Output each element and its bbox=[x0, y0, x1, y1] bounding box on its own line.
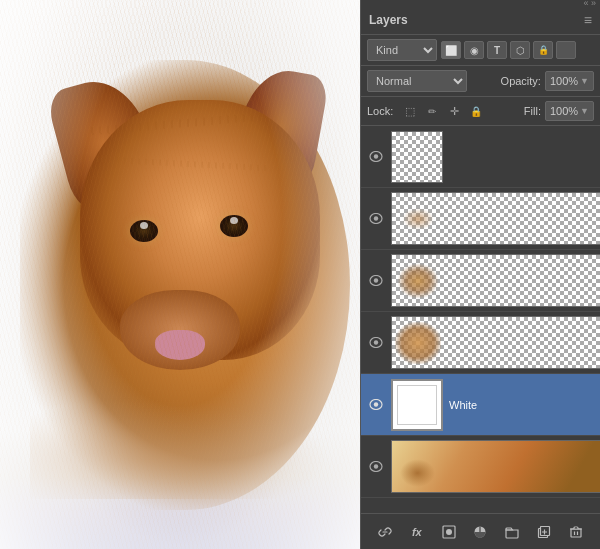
opacity-dropdown-icon: ▼ bbox=[580, 76, 589, 86]
smart-filter-icon[interactable]: 🔒 bbox=[533, 41, 553, 59]
toggle-filter-icon[interactable] bbox=[556, 41, 576, 59]
layer-visibility-toggle[interactable] bbox=[367, 151, 385, 162]
layers-panel: « » Layers ≡ Kind ⬜ ◉ T ⬡ 🔒 Normal Opaci… bbox=[360, 0, 600, 549]
link-layers-btn[interactable] bbox=[374, 521, 396, 543]
svg-point-5 bbox=[374, 278, 378, 282]
lock-all-icon[interactable]: 🔒 bbox=[467, 102, 485, 120]
layer-thumbnail bbox=[391, 254, 600, 307]
panel-menu-icon[interactable]: ≡ bbox=[584, 12, 592, 28]
svg-point-9 bbox=[374, 402, 378, 406]
mask-btn[interactable] bbox=[438, 521, 460, 543]
layer-thumbnail bbox=[391, 192, 600, 245]
delete-layer-btn[interactable] bbox=[565, 521, 587, 543]
layer-visibility-toggle[interactable] bbox=[367, 399, 385, 410]
layer-thumbnail bbox=[391, 131, 443, 183]
lock-label: Lock: bbox=[367, 105, 393, 117]
layer-visibility-toggle[interactable] bbox=[367, 213, 385, 224]
white-layer-box bbox=[397, 385, 437, 425]
kind-row: Kind ⬜ ◉ T ⬡ 🔒 bbox=[361, 35, 600, 66]
type-filter-icon[interactable]: T bbox=[487, 41, 507, 59]
lock-row: Lock: ⬚ ✏ ✛ 🔒 Fill: 100% ▼ bbox=[361, 97, 600, 126]
layer-item[interactable]: Pet Portrait Ret... bbox=[361, 436, 600, 498]
layer-item[interactable] bbox=[361, 126, 600, 188]
layer-item[interactable]: Background Smudge bbox=[361, 312, 600, 374]
svg-point-3 bbox=[374, 216, 378, 220]
dog-painting bbox=[0, 0, 360, 549]
canvas-area bbox=[0, 0, 360, 549]
layer-visibility-toggle[interactable] bbox=[367, 337, 385, 348]
layer-thumbnail bbox=[391, 316, 600, 369]
layer-thumbnail bbox=[391, 379, 443, 431]
adjustment-btn[interactable] bbox=[469, 521, 491, 543]
panel-header: Layers ≡ bbox=[361, 6, 600, 35]
group-btn[interactable] bbox=[501, 521, 523, 543]
svg-point-11 bbox=[374, 464, 378, 468]
blend-row: Normal Opacity: 100% ▼ bbox=[361, 66, 600, 97]
layer-item[interactable]: White bbox=[361, 374, 600, 436]
fx-label: fx bbox=[412, 526, 422, 538]
fill-value: 100% bbox=[550, 105, 578, 117]
opacity-value-box[interactable]: 100% ▼ bbox=[545, 71, 594, 91]
layer-thumbnail bbox=[391, 440, 600, 493]
layer-visibility-toggle[interactable] bbox=[367, 461, 385, 472]
svg-point-7 bbox=[374, 340, 378, 344]
blend-mode-select[interactable]: Normal bbox=[367, 70, 467, 92]
layer-visibility-toggle[interactable] bbox=[367, 275, 385, 286]
svg-point-13 bbox=[446, 529, 452, 535]
fill-label: Fill: bbox=[524, 105, 541, 117]
layers-list[interactable]: Smudge Details Basic Smudge Background S… bbox=[361, 126, 600, 513]
layers-toolbar: fx bbox=[361, 513, 600, 549]
kind-select[interactable]: Kind bbox=[367, 39, 437, 61]
svg-point-1 bbox=[374, 154, 378, 158]
shape-filter-icon[interactable]: ⬡ bbox=[510, 41, 530, 59]
filter-icons-group: ⬜ ◉ T ⬡ 🔒 bbox=[441, 41, 576, 59]
panel-title: Layers bbox=[369, 13, 408, 27]
adjustment-filter-icon[interactable]: ◉ bbox=[464, 41, 484, 59]
lock-paint-icon[interactable]: ✏ bbox=[423, 102, 441, 120]
pixel-filter-icon[interactable]: ⬜ bbox=[441, 41, 461, 59]
layer-item[interactable]: Smudge Details bbox=[361, 188, 600, 250]
lock-pixels-icon[interactable]: ⬚ bbox=[401, 102, 419, 120]
opacity-value: 100% bbox=[550, 75, 578, 87]
svg-rect-17 bbox=[571, 529, 581, 537]
fill-value-box[interactable]: 100% ▼ bbox=[545, 101, 594, 121]
fx-btn[interactable]: fx bbox=[406, 521, 428, 543]
canvas-vignette bbox=[0, 0, 360, 549]
layer-item[interactable]: Basic Smudge bbox=[361, 250, 600, 312]
pet-portrait-dog bbox=[400, 459, 435, 487]
opacity-label: Opacity: bbox=[501, 75, 541, 87]
layer-name: White bbox=[449, 399, 594, 411]
new-layer-btn[interactable] bbox=[533, 521, 555, 543]
fill-dropdown-icon: ▼ bbox=[580, 106, 589, 116]
lock-move-icon[interactable]: ✛ bbox=[445, 102, 463, 120]
